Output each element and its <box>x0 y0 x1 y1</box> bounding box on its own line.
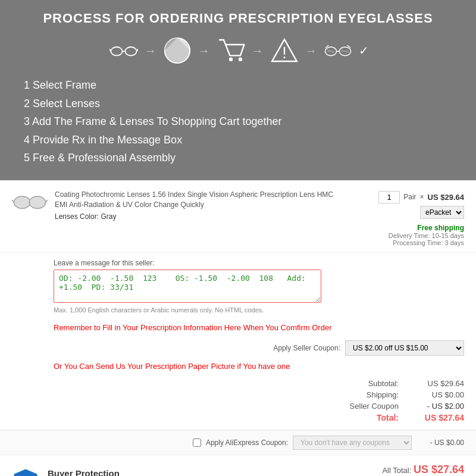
step4-text: 4 Provide Rx in the Message Box <box>24 131 458 149</box>
shield-icon: ✓ <box>12 468 39 476</box>
all-total-label: All Total: <box>382 466 411 475</box>
svg-point-1 <box>125 47 136 55</box>
step5-icon <box>322 35 354 67</box>
message-input[interactable] <box>54 270 321 303</box>
step5-text: 5 Free & Professional Assembly <box>24 149 458 167</box>
all-total-value: US $27.64 <box>414 464 464 475</box>
svg-point-21 <box>29 196 45 209</box>
order-row: Coating Photochromic Lenses 1.56 Index S… <box>0 180 476 253</box>
step3-icon <box>215 35 247 67</box>
seller-coupon-label: Seller Coupon <box>350 402 399 411</box>
arrow4: → <box>305 44 317 58</box>
ali-discount: - US $0.00 <box>416 439 464 447</box>
step2-text: 2 Select Lenses <box>24 95 458 113</box>
protection-text: Buyer Protection ✓ Full Refund if you do… <box>48 468 222 476</box>
shipping-row: Shipping: US $0.00 <box>351 390 464 399</box>
reminder-text: Remember to Fill in Your Prescription In… <box>0 320 476 334</box>
total-label: Total: <box>351 413 399 422</box>
svg-point-0 <box>111 47 122 55</box>
product-image <box>12 192 48 213</box>
main-content: Coating Photochromic Lenses 1.56 Index S… <box>0 180 476 476</box>
step4-icon <box>268 35 300 67</box>
processing-time: Processing Time: 3 days <box>387 239 464 246</box>
banner-title: PROCESS FOR ORDERING PRESCRIPTION EYEGLA… <box>18 11 458 26</box>
shipping-select[interactable]: ePacket <box>420 206 464 219</box>
subtotal-value: US $29.64 <box>416 379 464 388</box>
or-send-text: Or You Can Send Us Your Prescription Pap… <box>0 359 476 377</box>
svg-point-6 <box>228 58 232 61</box>
svg-point-20 <box>14 196 30 209</box>
steps-list: 1 Select Frame 2 Select Lenses 3 Add The… <box>18 76 458 167</box>
shipping-method: ePacket <box>420 206 464 219</box>
step3-text: 3 Add The Frame & Lenses To Shopping Car… <box>24 112 458 131</box>
ali-coupon-label: Apply AliExpress Coupon: <box>206 439 288 447</box>
step2-icon <box>161 35 193 67</box>
done-checkmark: ✓ <box>359 43 369 58</box>
message-label: Leave a message for this seller: <box>54 259 464 267</box>
svg-line-4 <box>136 49 137 52</box>
shipping-value: US $0.00 <box>416 390 464 399</box>
lens-color: Lenses Color: Gray <box>55 212 338 221</box>
aliexpress-coupon-row: Apply AliExpress Coupon: You don't have … <box>0 430 476 455</box>
seller-coupon-row: Seller Coupon - US $2.00 <box>350 402 464 411</box>
arrow3: → <box>252 44 264 58</box>
pair-label: Pair <box>403 193 416 201</box>
product-name: Coating Photochromic Lenses 1.56 Index S… <box>55 190 338 210</box>
qty-price: Pair × US $29.64 <box>378 191 464 203</box>
totals-area: Subtotal: US $29.64 Shipping: US $0.00 S… <box>0 377 476 430</box>
arrow1: → <box>145 44 156 58</box>
free-shipping: Free shipping <box>387 224 464 232</box>
seller-coupon-value: - US $2.00 <box>416 402 464 411</box>
shipping-info: Free shipping Delivery Time: 10-15 days … <box>387 224 464 246</box>
subtotal-row: Subtotal: US $29.64 <box>351 379 464 388</box>
message-hint: Max. 1,000 English characters or Arabic … <box>54 306 464 314</box>
coupon-select[interactable]: US $2.00 off US $15.00 <box>345 340 464 356</box>
ali-coupon-checkbox[interactable] <box>193 439 201 447</box>
buyer-protection: ✓ Buyer Protection ✓ Full Refund if you … <box>12 468 222 476</box>
svg-line-3 <box>109 49 111 52</box>
total-row: Total: US $27.64 <box>351 413 464 422</box>
lens-color-label: Lenses Color: <box>55 212 99 221</box>
arrow2: → <box>198 44 210 58</box>
svg-point-7 <box>238 58 242 61</box>
total-value: US $27.64 <box>416 413 464 422</box>
step1-text: 1 Select Frame <box>24 76 458 95</box>
step1-icon <box>108 35 140 67</box>
unit-price: US $29.64 <box>428 193 464 202</box>
bottom-bar: ✓ Buyer Protection ✓ Full Refund if you … <box>0 455 476 476</box>
coupon-row: Apply Seller Coupon: US $2.00 off US $15… <box>0 334 476 359</box>
protection-title: Buyer Protection <box>48 468 222 476</box>
delivery-time: Delivery Time: 10-15 days <box>387 232 464 239</box>
shipping-label: Shipping: <box>351 390 399 399</box>
qty-input[interactable] <box>378 191 400 203</box>
subtotal-label: Subtotal: <box>351 379 399 388</box>
all-total-row: All Total: US $27.64 <box>382 464 464 476</box>
lens-color-value: Gray <box>101 212 116 221</box>
svg-point-10 <box>283 57 285 58</box>
coupon-label: Apply Seller Coupon: <box>273 344 340 352</box>
message-area: Leave a message for this seller: Max. 1,… <box>0 253 476 320</box>
steps-icons: → → → → <box>18 35 458 67</box>
product-details: Coating Photochromic Lenses 1.56 Index S… <box>55 190 338 221</box>
ali-coupon-select[interactable]: You don't have any coupons <box>293 436 412 450</box>
top-banner: PROCESS FOR ORDERING PRESCRIPTION EYEGLA… <box>0 0 476 180</box>
right-section: All Total: US $27.64 Confirm & Pay <box>363 464 464 476</box>
